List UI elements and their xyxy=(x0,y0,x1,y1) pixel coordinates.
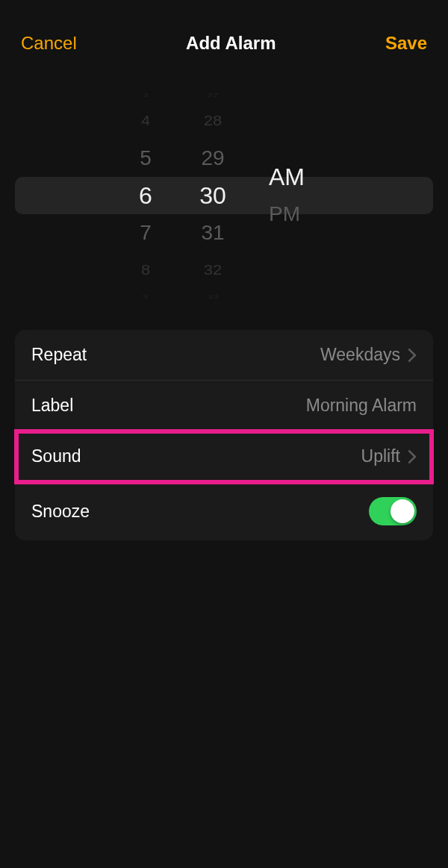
minute-option: 27 xyxy=(207,91,219,99)
repeat-value-group: Weekdays xyxy=(320,345,417,365)
minute-option: 32 xyxy=(204,255,222,285)
chevron-right-icon xyxy=(408,450,417,463)
label-value: Morning Alarm xyxy=(306,396,417,416)
cancel-button[interactable]: Cancel xyxy=(21,33,77,54)
label-label: Label xyxy=(31,396,73,416)
sound-value: Uplift xyxy=(361,446,400,466)
time-picker[interactable]: 3 4 5 6 7 8 9 27 28 29 30 31 32 33 AM PM xyxy=(15,84,433,307)
header: Cancel Add Alarm Save xyxy=(0,0,448,69)
minute-picker-column[interactable]: 27 28 29 30 31 32 33 xyxy=(179,84,246,307)
hour-picker-column[interactable]: 3 4 5 6 7 8 9 xyxy=(112,84,179,307)
minute-option: 31 xyxy=(201,214,224,252)
hour-option: 3 xyxy=(143,91,149,99)
repeat-row[interactable]: Repeat Weekdays xyxy=(15,330,433,381)
picker-columns: 3 4 5 6 7 8 9 27 28 29 30 31 32 33 AM PM xyxy=(112,84,336,307)
minute-option: 29 xyxy=(201,140,224,177)
sound-label: Sound xyxy=(31,446,81,466)
hour-selected: 6 xyxy=(139,177,152,214)
snooze-row: Snooze xyxy=(15,482,433,540)
save-button[interactable]: Save xyxy=(385,33,427,54)
ampm-picker-column[interactable]: AM PM xyxy=(261,84,336,307)
repeat-label: Repeat xyxy=(31,345,87,365)
minute-selected: 30 xyxy=(199,177,226,214)
sound-value-group: Uplift xyxy=(361,446,417,466)
label-row[interactable]: Label Morning Alarm xyxy=(15,381,433,431)
minute-option: 28 xyxy=(204,106,222,136)
snooze-label: Snooze xyxy=(31,502,90,522)
hour-option: 5 xyxy=(140,140,152,177)
alarm-settings-list: Repeat Weekdays Label Morning Alarm Soun… xyxy=(15,330,433,540)
toggle-knob xyxy=(391,499,414,523)
repeat-value: Weekdays xyxy=(320,345,400,365)
hour-option: 9 xyxy=(143,293,149,300)
ampm-selected: AM xyxy=(269,158,305,196)
chevron-right-icon xyxy=(408,349,417,362)
label-value-group: Morning Alarm xyxy=(306,396,417,416)
sound-row[interactable]: Sound Uplift xyxy=(15,431,433,482)
minute-option: 33 xyxy=(207,293,219,300)
snooze-toggle[interactable] xyxy=(369,497,417,525)
ampm-option: PM xyxy=(269,196,300,233)
hour-option: 8 xyxy=(141,255,150,285)
hour-option: 4 xyxy=(141,106,150,136)
page-title: Add Alarm xyxy=(186,33,276,54)
hour-option: 7 xyxy=(140,214,152,252)
